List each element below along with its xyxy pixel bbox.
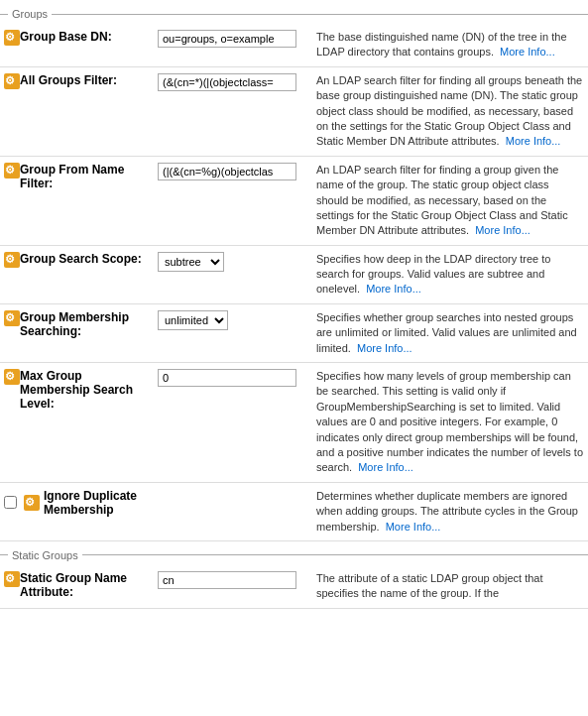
all-groups-filter-label-cell: All Groups Filter: (0, 66, 154, 156)
all-groups-filter-more-info[interactable]: More Info... (506, 135, 561, 147)
max-group-membership-label-cell: Max Group Membership Search Level: (0, 363, 154, 483)
static-group-name-input-cell (154, 565, 312, 608)
group-base-dn-label: Group Base DN: (20, 30, 148, 44)
group-search-scope-label: Group Search Scope: (20, 252, 148, 266)
gear-icon (4, 252, 20, 268)
table-row: Group Membership Searching: unlimited li… (0, 303, 588, 362)
group-membership-searching-select[interactable]: unlimited limited (158, 310, 228, 330)
table-row: Ignore Duplicate Membership Determines w… (0, 482, 588, 540)
group-from-name-filter-input[interactable] (158, 163, 296, 180)
max-group-membership-input[interactable] (158, 369, 296, 387)
group-search-scope-label-cell: Group Search Scope: (0, 245, 154, 303)
table-row: Group From Name Filter: An LDAP search f… (0, 156, 588, 245)
static-groups-table: Static Group Name Attribute: The attribu… (0, 565, 588, 609)
table-row: Max Group Membership Search Level: Speci… (0, 363, 588, 483)
group-from-name-filter-label-cell: Group From Name Filter: (0, 156, 154, 245)
group-search-scope-description: Specifies how deep in the LDAP directory… (316, 253, 550, 296)
all-groups-filter-label: All Groups Filter: (20, 73, 148, 87)
gear-icon (4, 310, 20, 326)
group-membership-searching-input-cell: unlimited limited (154, 303, 312, 362)
gear-icon (24, 495, 40, 511)
group-membership-searching-label-cell: Group Membership Searching: (0, 303, 154, 362)
table-row: Static Group Name Attribute: The attribu… (0, 565, 588, 608)
group-membership-searching-desc-cell: Specifies whether group searches into ne… (312, 303, 588, 362)
group-search-scope-select[interactable]: subtree onelevel (158, 252, 224, 272)
groups-section-header: Groups (0, 8, 588, 20)
group-membership-searching-label: Group Membership Searching: (20, 310, 148, 338)
gear-icon (4, 73, 20, 89)
max-group-membership-input-cell (154, 363, 312, 483)
group-base-dn-label-cell: Group Base DN: (0, 24, 154, 66)
group-base-dn-input[interactable] (158, 30, 296, 48)
group-from-name-filter-label: Group From Name Filter: (20, 163, 148, 190)
group-membership-searching-description: Specifies whether group searches into ne… (316, 311, 577, 354)
ignore-duplicate-input-cell (154, 482, 312, 540)
max-group-membership-more-info[interactable]: More Info... (358, 461, 413, 473)
ignore-duplicate-more-info[interactable]: More Info... (386, 521, 441, 533)
group-base-dn-more-info[interactable]: More Info... (500, 46, 555, 58)
groups-section-label: Groups (12, 8, 48, 20)
ignore-duplicate-label: Ignore Duplicate Membership (44, 489, 148, 517)
group-base-dn-input-cell (154, 24, 312, 66)
group-search-scope-more-info[interactable]: More Info... (366, 283, 421, 295)
table-row: Group Search Scope: subtree onelevel Spe… (0, 245, 588, 303)
group-from-name-filter-more-info[interactable]: More Info... (475, 224, 530, 236)
table-row: All Groups Filter: An LDAP search filter… (0, 66, 588, 156)
gear-icon (4, 30, 20, 46)
ignore-duplicate-label-cell: Ignore Duplicate Membership (0, 482, 154, 540)
all-groups-filter-input[interactable] (158, 73, 296, 91)
gear-icon (4, 369, 20, 385)
ignore-duplicate-desc-cell: Determines whether duplicate members are… (312, 482, 588, 540)
ignore-duplicate-description: Determines whether duplicate members are… (316, 490, 578, 533)
all-groups-filter-input-cell (154, 66, 312, 156)
groups-table: Group Base DN: The base distinguished na… (0, 24, 588, 541)
group-base-dn-desc-cell: The base distinguished name (DN) of the … (312, 24, 588, 66)
static-group-name-description: The attribute of a static LDAP group obj… (316, 572, 543, 599)
gear-icon (4, 571, 20, 587)
static-group-name-label-cell: Static Group Name Attribute: (0, 565, 154, 608)
group-search-scope-input-cell: subtree onelevel (154, 245, 312, 303)
static-groups-section-header: Static Groups (0, 549, 588, 561)
group-search-scope-desc-cell: Specifies how deep in the LDAP directory… (312, 245, 588, 303)
table-row: Group Base DN: The base distinguished na… (0, 24, 588, 66)
max-group-membership-description: Specifies how many levels of group membe… (316, 370, 583, 473)
static-group-name-input[interactable] (158, 571, 296, 589)
static-groups-section-label: Static Groups (12, 549, 78, 561)
ignore-duplicate-checkbox[interactable] (4, 496, 17, 509)
gear-icon (4, 163, 20, 179)
max-group-membership-desc-cell: Specifies how many levels of group membe… (312, 363, 588, 483)
max-group-membership-label: Max Group Membership Search Level: (20, 369, 148, 411)
static-group-name-desc-cell: The attribute of a static LDAP group obj… (312, 565, 588, 608)
groups-section: Groups Group Base DN: The base distingui… (0, 8, 588, 609)
group-membership-searching-more-info[interactable]: More Info... (357, 342, 412, 354)
static-group-name-label: Static Group Name Attribute: (20, 571, 148, 599)
group-from-name-filter-input-cell (154, 156, 312, 245)
all-groups-filter-desc-cell: An LDAP search filter for finding all gr… (312, 66, 588, 156)
group-from-name-filter-desc-cell: An LDAP search filter for finding a grou… (312, 156, 588, 245)
